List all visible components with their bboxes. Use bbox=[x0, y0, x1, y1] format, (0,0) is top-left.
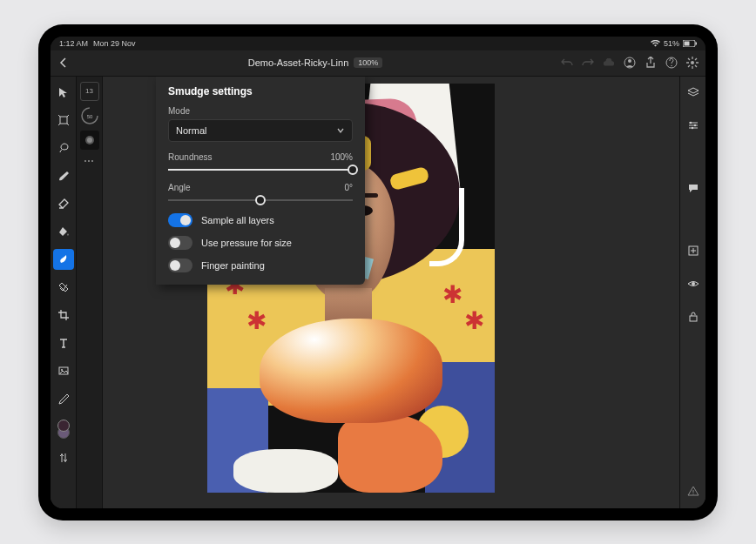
svg-point-20 bbox=[692, 493, 693, 494]
svg-text:50: 50 bbox=[86, 114, 92, 119]
settings-icon[interactable] bbox=[686, 57, 699, 69]
battery-icon bbox=[683, 40, 697, 47]
finger-painting-label: Finger painting bbox=[201, 260, 265, 271]
layers-panel-icon[interactable] bbox=[683, 82, 704, 103]
brush-hardness-dial[interactable]: 50 bbox=[80, 106, 99, 125]
mode-select[interactable]: Normal bbox=[168, 119, 353, 142]
svg-rect-1 bbox=[685, 41, 690, 45]
svg-point-18 bbox=[692, 282, 695, 285]
svg-rect-2 bbox=[696, 42, 698, 44]
svg-rect-19 bbox=[690, 316, 697, 321]
place-image-tool[interactable] bbox=[53, 360, 74, 381]
sample-all-layers-toggle[interactable] bbox=[168, 213, 192, 227]
cloud-icon[interactable] bbox=[603, 57, 615, 69]
status-date: Mon 29 Nov bbox=[93, 39, 136, 48]
zoom-badge[interactable]: 100% bbox=[354, 57, 382, 68]
svg-point-13 bbox=[87, 138, 92, 143]
wifi-icon bbox=[651, 40, 660, 47]
status-time: 1:12 AM bbox=[59, 39, 88, 48]
brush-tool[interactable] bbox=[53, 165, 74, 186]
svg-point-16 bbox=[691, 126, 692, 128]
angle-slider[interactable] bbox=[168, 199, 353, 201]
svg-point-15 bbox=[693, 124, 695, 125]
heal-tool[interactable] bbox=[53, 277, 74, 298]
foreground-color-swatch[interactable] bbox=[57, 420, 70, 432]
angle-slider-thumb[interactable] bbox=[255, 195, 266, 205]
back-button[interactable] bbox=[57, 57, 70, 69]
angle-label: Angle 0° bbox=[168, 183, 353, 192]
roundness-value: 100% bbox=[330, 152, 353, 162]
svg-point-14 bbox=[689, 121, 691, 123]
properties-panel-icon[interactable] bbox=[683, 115, 704, 136]
document-title: Demo-Asset-Ricky-Linn bbox=[248, 57, 349, 68]
brush-size-value: 13 bbox=[85, 87, 93, 95]
brush-sub-toolbar: 13 50 ⋯ bbox=[77, 77, 103, 508]
vertical-adjust-tool[interactable] bbox=[53, 447, 74, 468]
undo-button[interactable] bbox=[561, 57, 573, 69]
share-icon[interactable] bbox=[645, 57, 657, 69]
status-bar: 1:12 AM Mon 29 Nov 51% bbox=[51, 37, 705, 50]
chevron-down-icon bbox=[336, 126, 345, 135]
panel-title: Smudge settings bbox=[168, 85, 353, 97]
mode-value: Normal bbox=[176, 125, 206, 136]
battery-percent: 51% bbox=[664, 39, 679, 48]
svg-point-7 bbox=[691, 61, 694, 64]
use-pressure-toggle[interactable] bbox=[168, 236, 192, 250]
svg-point-4 bbox=[628, 59, 631, 63]
transform-tool[interactable] bbox=[53, 110, 74, 131]
visibility-icon[interactable] bbox=[683, 273, 704, 294]
app-topbar: Demo-Asset-Ricky-Linn 100% bbox=[51, 50, 705, 77]
roundness-slider[interactable] bbox=[168, 169, 353, 171]
add-panel-icon[interactable] bbox=[683, 240, 704, 261]
move-tool[interactable] bbox=[53, 82, 74, 103]
roundness-label: Roundness 100% bbox=[168, 152, 353, 162]
brush-size-preview[interactable]: 13 bbox=[80, 82, 99, 101]
warning-icon[interactable] bbox=[683, 480, 704, 501]
eraser-tool[interactable] bbox=[53, 193, 74, 214]
crop-tool[interactable] bbox=[53, 305, 74, 326]
left-toolbar bbox=[51, 77, 77, 508]
angle-value: 0° bbox=[344, 183, 353, 192]
more-options-icon[interactable]: ⋯ bbox=[84, 155, 95, 167]
eyedropper-tool[interactable] bbox=[53, 388, 74, 409]
smudge-settings-panel: Smudge settings Mode Normal Roundness 10… bbox=[156, 77, 365, 285]
help-icon[interactable] bbox=[665, 57, 678, 69]
profile-icon[interactable] bbox=[624, 57, 636, 69]
comments-panel-icon[interactable] bbox=[683, 178, 704, 198]
right-toolbar bbox=[679, 77, 705, 508]
mode-label: Mode bbox=[168, 106, 353, 116]
lasso-tool[interactable] bbox=[53, 138, 74, 158]
use-pressure-label: Use pressure for size bbox=[201, 238, 292, 248]
svg-point-6 bbox=[671, 65, 672, 66]
lock-icon[interactable] bbox=[683, 306, 704, 327]
type-tool[interactable] bbox=[53, 332, 74, 353]
brush-tip-preview[interactable] bbox=[80, 131, 99, 150]
sample-all-layers-label: Sample all layers bbox=[201, 215, 274, 225]
roundness-slider-thumb[interactable] bbox=[348, 165, 358, 175]
finger-painting-toggle[interactable] bbox=[168, 259, 192, 272]
smudge-tool[interactable] bbox=[53, 249, 74, 270]
canvas[interactable]: Smudge settings Mode Normal Roundness 10… bbox=[103, 77, 679, 508]
fill-tool[interactable] bbox=[53, 221, 74, 242]
color-swatches[interactable] bbox=[55, 420, 72, 440]
redo-button[interactable] bbox=[582, 57, 594, 69]
